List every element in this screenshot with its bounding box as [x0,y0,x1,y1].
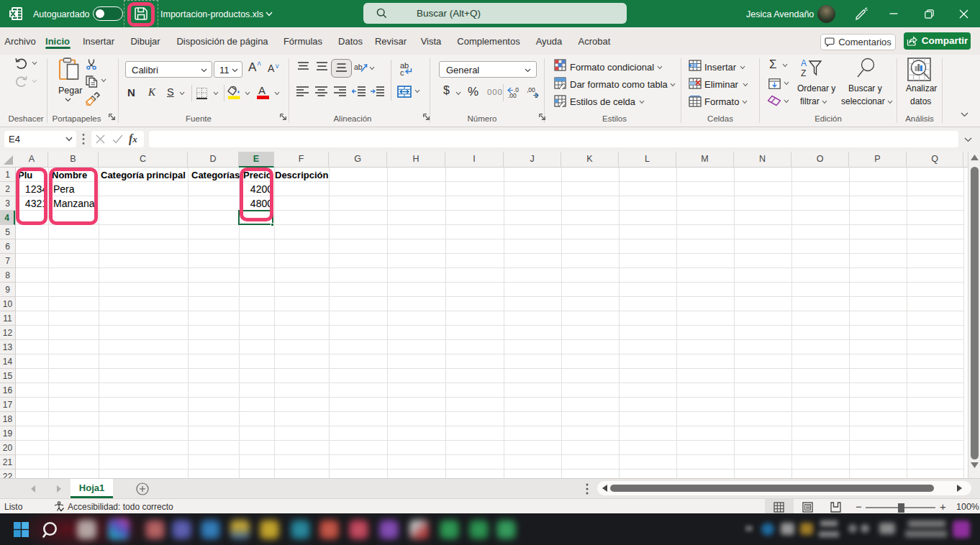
svg-text:0: 0 [535,92,538,98]
svg-text:Z: Z [801,68,806,78]
svg-text:,00: ,00 [508,92,517,99]
svg-text:ab: ab [354,63,363,71]
svg-text:c: c [400,68,404,77]
svg-text:A: A [801,59,807,68]
